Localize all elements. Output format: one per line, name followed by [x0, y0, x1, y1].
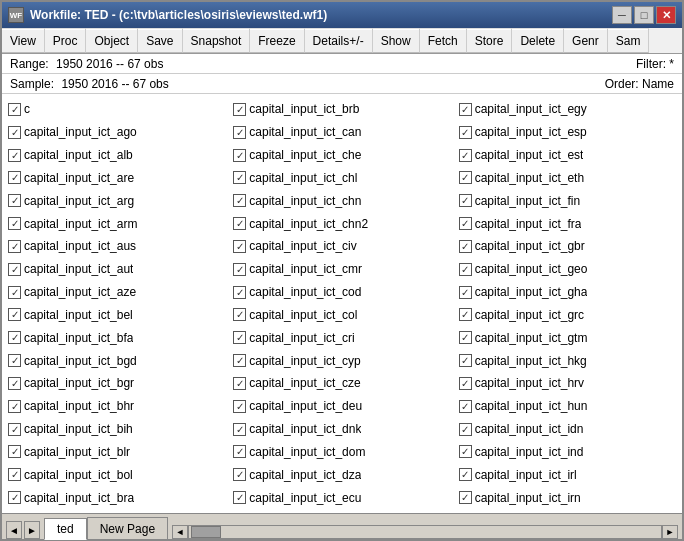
series-checkbox[interactable] [8, 149, 21, 162]
list-item[interactable]: capital_input_ict_fin [455, 189, 680, 212]
menu-item-snapshot[interactable]: Snapshot [183, 28, 251, 53]
menu-item-delete[interactable]: Delete [512, 28, 564, 53]
list-item[interactable]: capital_input_ict_bgr [4, 372, 229, 395]
menu-item-genr[interactable]: Genr [564, 28, 608, 53]
list-item[interactable]: c [4, 98, 229, 121]
series-checkbox[interactable] [459, 126, 472, 139]
series-checkbox[interactable] [459, 194, 472, 207]
list-item[interactable]: capital_input_ict_alb [4, 144, 229, 167]
list-item[interactable]: capital_input_ict_egy [455, 98, 680, 121]
series-checkbox[interactable] [459, 354, 472, 367]
list-item[interactable]: capital_input_ict_bih [4, 418, 229, 441]
list-item[interactable]: capital_input_ict_geo [455, 258, 680, 281]
series-checkbox[interactable] [459, 491, 472, 504]
maximize-button[interactable]: □ [634, 6, 654, 24]
close-button[interactable]: ✕ [656, 6, 676, 24]
series-checkbox[interactable] [233, 468, 246, 481]
series-checkbox[interactable] [233, 263, 246, 276]
list-item[interactable]: capital_input_ict_fra [455, 212, 680, 235]
menu-item-object[interactable]: Object [86, 28, 138, 53]
list-item[interactable]: capital_input_ict_che [229, 144, 454, 167]
list-item[interactable]: capital_input_ict_gtm [455, 326, 680, 349]
series-checkbox[interactable] [8, 103, 21, 116]
list-item[interactable]: capital_input_ict_grc [455, 303, 680, 326]
list-item[interactable]: capital_input_ict_ago [4, 121, 229, 144]
menu-item-freeze[interactable]: Freeze [250, 28, 304, 53]
list-item[interactable]: capital_input_ict_gbr [455, 235, 680, 258]
series-checkbox[interactable] [233, 423, 246, 436]
list-item[interactable]: capital_input_ict_bfa [4, 326, 229, 349]
series-checkbox[interactable] [459, 263, 472, 276]
series-checkbox[interactable] [8, 126, 21, 139]
menu-item-details+/-[interactable]: Details+/- [305, 28, 373, 53]
series-checkbox[interactable] [459, 149, 472, 162]
list-item[interactable]: capital_input_ict_arm [4, 212, 229, 235]
series-checkbox[interactable] [233, 377, 246, 390]
list-item[interactable]: capital_input_ict_est [455, 144, 680, 167]
list-item[interactable]: capital_input_ict_gha [455, 281, 680, 304]
tab-prev-button[interactable]: ◄ [6, 521, 22, 539]
series-checkbox[interactable] [233, 308, 246, 321]
menu-item-fetch[interactable]: Fetch [420, 28, 467, 53]
list-item[interactable]: capital_input_ict_idn [455, 418, 680, 441]
series-checkbox[interactable] [233, 194, 246, 207]
series-checkbox[interactable] [8, 354, 21, 367]
series-checkbox[interactable] [459, 286, 472, 299]
list-item[interactable]: capital_input_ict_bhr [4, 395, 229, 418]
list-item[interactable]: capital_input_ict_dnk [229, 418, 454, 441]
series-checkbox[interactable] [459, 103, 472, 116]
horizontal-scrollbar[interactable] [188, 525, 662, 539]
series-checkbox[interactable] [459, 308, 472, 321]
series-checkbox[interactable] [459, 171, 472, 184]
list-item[interactable]: capital_input_ict_ecu [229, 486, 454, 509]
scrollbar-right-arrow[interactable]: ► [662, 525, 678, 539]
list-item[interactable]: capital_input_ict_chn2 [229, 212, 454, 235]
list-item[interactable]: capital_input_ict_col [229, 303, 454, 326]
series-checkbox[interactable] [459, 468, 472, 481]
scrollbar-thumb[interactable] [191, 526, 221, 538]
series-checkbox[interactable] [8, 308, 21, 321]
series-checkbox[interactable] [8, 194, 21, 207]
list-item[interactable]: capital_input_ict_are [4, 166, 229, 189]
list-item[interactable]: capital_input_ict_arg [4, 189, 229, 212]
series-checkbox[interactable] [8, 217, 21, 230]
series-checkbox[interactable] [8, 468, 21, 481]
series-checkbox[interactable] [8, 423, 21, 436]
list-item[interactable]: capital_input_ict_deu [229, 395, 454, 418]
series-checkbox[interactable] [8, 491, 21, 504]
menu-item-show[interactable]: Show [373, 28, 420, 53]
series-checkbox[interactable] [8, 377, 21, 390]
scrollbar-left-arrow[interactable]: ◄ [172, 525, 188, 539]
series-checkbox[interactable] [459, 445, 472, 458]
list-item[interactable]: capital_input_ict_dza [229, 463, 454, 486]
series-checkbox[interactable] [233, 354, 246, 367]
list-item[interactable]: capital_input_ict_aze [4, 281, 229, 304]
list-item[interactable]: capital_input_ict_irl [455, 463, 680, 486]
menu-item-store[interactable]: Store [467, 28, 513, 53]
menu-item-view[interactable]: View [2, 28, 45, 53]
series-checkbox[interactable] [459, 240, 472, 253]
list-item[interactable]: capital_input_ict_brb [229, 98, 454, 121]
list-item[interactable]: capital_input_ict_blr [4, 440, 229, 463]
list-item[interactable]: capital_input_ict_cyp [229, 349, 454, 372]
series-checkbox[interactable] [233, 400, 246, 413]
series-checkbox[interactable] [233, 103, 246, 116]
list-item[interactable]: capital_input_ict_bgd [4, 349, 229, 372]
series-checkbox[interactable] [233, 286, 246, 299]
series-checkbox[interactable] [233, 171, 246, 184]
list-item[interactable]: capital_input_ict_dom [229, 440, 454, 463]
series-checkbox[interactable] [8, 445, 21, 458]
series-checkbox[interactable] [459, 217, 472, 230]
list-item[interactable]: capital_input_ict_irn [455, 486, 680, 509]
series-checkbox[interactable] [233, 217, 246, 230]
list-item[interactable]: capital_input_ict_hkg [455, 349, 680, 372]
tab-ted[interactable]: ted [44, 518, 87, 540]
series-checkbox[interactable] [8, 331, 21, 344]
series-checkbox[interactable] [233, 331, 246, 344]
series-checkbox[interactable] [233, 240, 246, 253]
list-item[interactable]: capital_input_ict_cmr [229, 258, 454, 281]
series-checkbox[interactable] [459, 377, 472, 390]
series-checkbox[interactable] [8, 171, 21, 184]
list-item[interactable]: capital_input_ict_esp [455, 121, 680, 144]
list-item[interactable]: capital_input_ict_chl [229, 166, 454, 189]
